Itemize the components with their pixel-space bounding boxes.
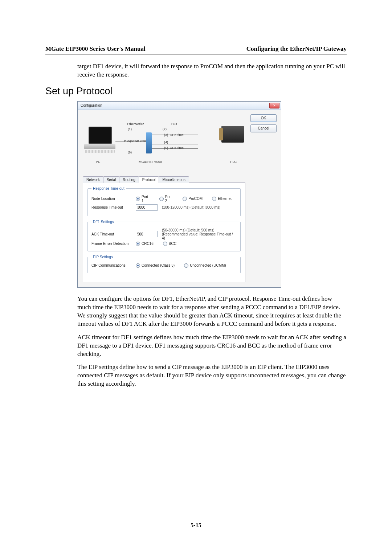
- ethernetip-label: EtherNet/IP: [127, 122, 144, 126]
- response-timeout-label: Response Time-out: [91, 205, 131, 209]
- pc-label: PC: [96, 160, 101, 164]
- header-right: Configuring the EtherNet/IP Gateway: [246, 45, 347, 53]
- dialog-title: Configuration: [81, 103, 102, 107]
- node-location-label: Node Location: [91, 197, 131, 201]
- cip-communications-label: CIP Communications: [91, 263, 131, 267]
- node-port1-radio[interactable]: Port 1: [136, 195, 150, 203]
- paragraph-1: You can configure the options for DF1, E…: [77, 295, 347, 328]
- paragraph-2: ACK timeout for DF1 settings defines how…: [77, 333, 347, 358]
- crc16-radio[interactable]: CRC16: [136, 242, 154, 246]
- pc-icon: [89, 127, 112, 144]
- plc-icon: [221, 126, 244, 143]
- section-heading: Set up Protocol: [45, 86, 347, 97]
- page-header: MGate EIP3000 Series User's Manual Confi…: [45, 45, 347, 54]
- tab-serial[interactable]: Serial: [103, 176, 120, 183]
- intro-paragraph: target DF1 device, it will forward the r…: [77, 62, 347, 79]
- dialog-screenshot: Configuration ✕ PC MGate EIP3000 PLC: [77, 101, 347, 288]
- node-port2-radio[interactable]: Port 2: [159, 195, 173, 203]
- manual-page: { "header": { "left": "MGate EIP3000 Ser…: [0, 0, 392, 554]
- paragraph-3: The EIP settings define how to send a CI…: [77, 363, 347, 388]
- connected-radio[interactable]: Connected (Class 3): [136, 263, 175, 268]
- cancel-button[interactable]: Cancel: [250, 124, 277, 132]
- node-procom-radio[interactable]: ProCOM: [183, 197, 203, 201]
- tab-protocol[interactable]: Protocol: [139, 176, 159, 183]
- gateway-icon: [146, 132, 152, 153]
- df1-label: DF1: [171, 122, 177, 126]
- node-ethernet-radio[interactable]: Ethernet: [212, 197, 232, 201]
- tab-network[interactable]: Network: [83, 176, 103, 183]
- df1-settings-group: DF1 Settings ACK Time-out (50-30000 ms) …: [87, 220, 241, 251]
- dialog-titlebar: Configuration ✕: [78, 102, 281, 110]
- page-number: 5-15: [0, 522, 392, 529]
- ack-time-label-2: ACK time: [170, 146, 184, 150]
- ack-time-label-1: ACK time: [170, 133, 184, 137]
- eip-settings-group: EIP Settings CIP Communications Connecte…: [87, 255, 241, 273]
- bcc-radio[interactable]: BCC: [163, 242, 176, 246]
- frame-error-detection-label: Frame Errorr Detection: [91, 242, 131, 246]
- response-timeout-legend: Response Time-out: [91, 186, 126, 190]
- response-timeout-input[interactable]: [136, 204, 158, 211]
- response-timeout-hint: (100-120000 ms) (Default: 3000 ms): [162, 205, 220, 209]
- ack-timeout-hint-2: (Recommended value: Response Time-out / …: [162, 232, 233, 240]
- unconnected-radio[interactable]: Unconnected (UCMM): [184, 263, 226, 268]
- configuration-dialog: Configuration ✕ PC MGate EIP3000 PLC: [77, 101, 281, 288]
- tab-routing[interactable]: Routing: [119, 176, 139, 183]
- gateway-label: MGate EIP3000: [139, 160, 162, 164]
- ack-timeout-input[interactable]: [136, 231, 158, 237]
- protocol-diagram: PC MGate EIP3000 PLC EtherNet/IP DF1 Res…: [84, 116, 244, 171]
- response-time-label: Response time: [124, 139, 146, 143]
- ack-timeout-hint-1: (50-30000 ms) (Default: 500 ms): [162, 228, 215, 232]
- header-left: MGate EIP3000 Series User's Manual: [45, 45, 146, 53]
- response-timeout-group: Response Time-out Node Location Port 1 P…: [87, 186, 241, 216]
- ack-timeout-label: ACK Time-out: [91, 232, 131, 236]
- ok-button[interactable]: OK: [250, 114, 277, 122]
- close-icon[interactable]: ✕: [269, 103, 279, 108]
- df1-settings-legend: DF1 Settings: [91, 220, 115, 224]
- eip-settings-legend: EIP Settings: [91, 255, 114, 259]
- tab-bar: Network Serial Routing Protocol Miscella…: [83, 176, 245, 183]
- plc-label: PLC: [230, 160, 237, 164]
- protocol-tab-panel: Response Time-out Node Location Port 1 P…: [83, 183, 245, 282]
- tab-miscellaneous[interactable]: Miscellaneous: [159, 176, 189, 183]
